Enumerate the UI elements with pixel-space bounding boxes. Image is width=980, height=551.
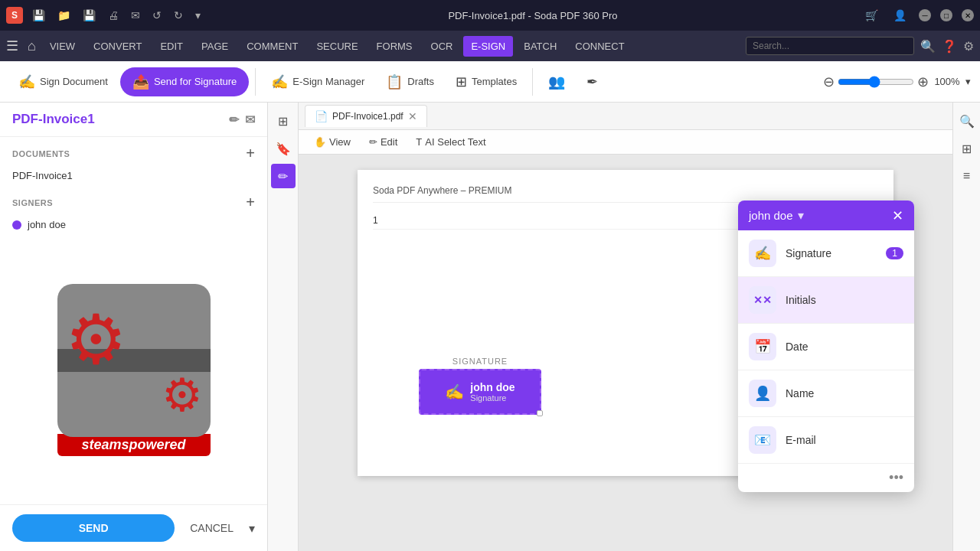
add-document-button[interactable]: + bbox=[246, 145, 255, 162]
popup-signature-label: Signature bbox=[786, 247, 877, 259]
esign-manager-button[interactable]: ✍ E-Sign Manager bbox=[262, 69, 374, 95]
home-icon[interactable]: ⌂ bbox=[28, 38, 36, 54]
menu-item-secure[interactable]: SECURE bbox=[309, 36, 365, 57]
add-signer-button[interactable]: + bbox=[246, 194, 255, 211]
search-area: 🔍 ❓ ⚙ bbox=[746, 37, 974, 55]
signer-dot bbox=[12, 220, 21, 230]
users-button[interactable]: 👥 bbox=[539, 69, 574, 95]
print-button[interactable]: 🖨 bbox=[105, 8, 122, 23]
menu-item-convert[interactable]: CONVERT bbox=[86, 36, 149, 57]
drafts-icon: 📋 bbox=[386, 73, 403, 90]
hamburger-icon[interactable]: ☰ bbox=[6, 37, 18, 54]
view-button[interactable]: ✋ View bbox=[308, 133, 357, 151]
open-folder-button[interactable]: 📁 bbox=[54, 8, 74, 23]
logo-area: ⚙ ⚙ steamspowered bbox=[0, 235, 267, 504]
document-item[interactable]: PDF-Invoice1 bbox=[0, 165, 267, 186]
document-area: 📄 PDF-Invoice1.pdf ✕ ✋ View ✏ Edit T AI … bbox=[299, 103, 952, 551]
signer-name: john doe bbox=[28, 219, 66, 230]
fit-button[interactable]: ⊞ bbox=[955, 136, 979, 161]
menu-item-esign[interactable]: E-SIGN bbox=[463, 36, 513, 57]
drafts-button[interactable]: 📋 Drafts bbox=[377, 69, 443, 95]
view-hand-icon: ✋ bbox=[314, 136, 326, 148]
popup-signature-badge: 1 bbox=[886, 247, 903, 259]
signature-icon: ✍ bbox=[445, 383, 464, 401]
popup-header: john doe ▾ ✕ bbox=[738, 201, 914, 230]
redo-button[interactable]: ↻ bbox=[171, 8, 186, 23]
settings-button[interactable]: ⚙ bbox=[963, 39, 974, 54]
send-button[interactable]: SEND bbox=[12, 514, 175, 542]
save-disk-button[interactable]: 💾 bbox=[80, 8, 99, 23]
zoom-in-button[interactable]: ⊕ bbox=[917, 73, 929, 90]
more-button[interactable]: ▾ bbox=[192, 8, 204, 23]
zoom-dropdown[interactable]: ▾ bbox=[965, 76, 971, 87]
bookmarks-button[interactable]: 🔖 bbox=[271, 136, 296, 161]
menu-item-batch[interactable]: BATCH bbox=[516, 36, 564, 57]
popup-dropdown-icon[interactable]: ▾ bbox=[798, 208, 804, 223]
popup-title-text: john doe bbox=[749, 209, 793, 222]
popup-item-email[interactable]: 📧 E-mail bbox=[738, 417, 914, 464]
send-for-signature-button[interactable]: 📤 Send for Signature bbox=[120, 67, 249, 96]
edit-icon[interactable]: ✏ bbox=[229, 112, 239, 127]
canvas-scroll[interactable]: Soda PDF Anywhere – PREMIUM 1 $49.99 SIG… bbox=[299, 155, 952, 548]
properties-button[interactable]: ≡ bbox=[955, 164, 979, 188]
zoom-out-button[interactable]: ⊖ bbox=[823, 73, 835, 90]
tab-close-icon[interactable]: ✕ bbox=[408, 110, 417, 122]
undo-button[interactable]: ↺ bbox=[149, 8, 165, 23]
documents-section: DOCUMENTS + bbox=[0, 137, 267, 165]
menu-item-view[interactable]: VIEW bbox=[42, 36, 83, 57]
close-button[interactable]: ✕ bbox=[962, 9, 974, 21]
sign-document-button[interactable]: ✍ Sign Document bbox=[9, 69, 117, 95]
popup-item-signature[interactable]: ✍ Signature 1 bbox=[738, 230, 914, 277]
popup-item-name[interactable]: 👤 Name bbox=[738, 370, 914, 417]
zoom-slider[interactable] bbox=[838, 76, 914, 88]
main-layout: PDF-Invoice1 ✏ ✉ DOCUMENTS + PDF-Invoice… bbox=[0, 103, 980, 551]
sidebar-title: PDF-Invoice1 ✏ ✉ bbox=[0, 103, 267, 137]
resize-handle[interactable] bbox=[537, 410, 543, 416]
ai-select-text-button[interactable]: T AI Select Text bbox=[410, 133, 492, 151]
popup-item-initials[interactable]: ✕✕ Initials bbox=[738, 277, 914, 324]
menu-item-edit[interactable]: EDIT bbox=[152, 36, 191, 57]
doc-col1: 1 bbox=[373, 215, 378, 226]
edit-button[interactable]: ✏ Edit bbox=[363, 133, 403, 151]
popup-more-button[interactable]: ••• bbox=[738, 464, 914, 492]
help-button[interactable]: ❓ bbox=[942, 39, 957, 54]
cancel-dropdown-icon[interactable]: ▾ bbox=[249, 521, 255, 536]
popup-item-date[interactable]: 📅 Date bbox=[738, 324, 914, 370]
sidebar-title-text: PDF-Invoice1 bbox=[12, 112, 95, 127]
menu-item-comment[interactable]: COMMENT bbox=[239, 36, 305, 57]
titlebar-left: S 💾 📁 💾 🖨 ✉ ↺ ↻ ▾ bbox=[6, 7, 204, 24]
minimize-button[interactable]: ─ bbox=[919, 9, 931, 21]
menu-item-page[interactable]: PAGE bbox=[194, 36, 236, 57]
pen-button[interactable]: ✒ bbox=[577, 69, 607, 95]
search-right-button[interactable]: 🔍 bbox=[955, 109, 979, 133]
menu-item-forms[interactable]: FORMS bbox=[369, 36, 420, 57]
signer-item[interactable]: john doe bbox=[0, 214, 267, 235]
esign-vert-button[interactable]: ✏ bbox=[271, 164, 296, 188]
menu-item-ocr[interactable]: OCR bbox=[423, 36, 461, 57]
popup-close-button[interactable]: ✕ bbox=[892, 209, 903, 223]
pages-button[interactable]: ⊞ bbox=[271, 109, 296, 133]
popup-initials-label: Initials bbox=[786, 294, 903, 306]
cancel-button[interactable]: CANCEL bbox=[181, 516, 243, 540]
logo-image: ⚙ ⚙ bbox=[57, 284, 211, 437]
menu-item-connect[interactable]: CONNECT bbox=[567, 36, 632, 57]
sidebar-bottom: SEND CANCEL ▾ bbox=[0, 504, 267, 551]
signature-box[interactable]: ✍ john doe Signature bbox=[419, 369, 541, 415]
toolbar: ✍ Sign Document 📤 Send for Signature ✍ E… bbox=[0, 61, 980, 103]
mail-button[interactable]: ✉ bbox=[128, 8, 143, 23]
templates-button[interactable]: ⊞ Templates bbox=[446, 69, 526, 95]
titlebar: S 💾 📁 💾 🖨 ✉ ↺ ↻ ▾ PDF-Invoice1.pdf - Sod… bbox=[0, 0, 980, 31]
search-input[interactable] bbox=[746, 37, 914, 55]
save-button[interactable]: 💾 bbox=[29, 8, 48, 23]
mail-icon[interactable]: ✉ bbox=[245, 112, 255, 127]
maximize-button[interactable]: □ bbox=[940, 9, 952, 21]
popup-signature-icon: ✍ bbox=[749, 240, 776, 267]
sidebar-left: PDF-Invoice1 ✏ ✉ DOCUMENTS + PDF-Invoice… bbox=[0, 103, 268, 551]
toolbar-separator-2 bbox=[532, 68, 533, 96]
popup-title: john doe ▾ bbox=[749, 208, 804, 223]
cart-icon[interactable]: 🛒 bbox=[862, 8, 881, 23]
user-icon[interactable]: 👤 bbox=[890, 8, 910, 23]
document-tab[interactable]: 📄 PDF-Invoice1.pdf ✕ bbox=[305, 105, 427, 127]
signature-field-area: SIGNATURE ✍ john doe Signature bbox=[419, 357, 541, 415]
search-button[interactable]: 🔍 bbox=[920, 39, 936, 54]
